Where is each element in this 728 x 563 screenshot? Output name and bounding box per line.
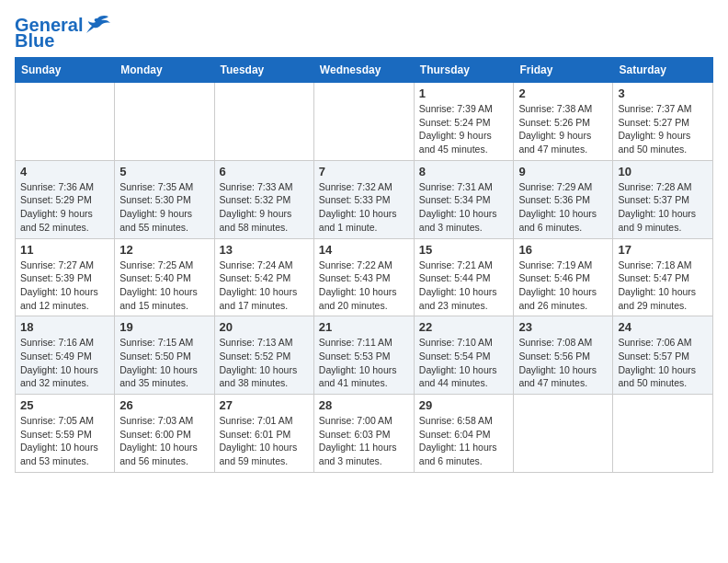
day-info: Sunrise: 7:10 AM Sunset: 5:54 PM Dayligh… [419,336,509,390]
calendar-cell: 13Sunrise: 7:24 AM Sunset: 5:42 PM Dayli… [214,238,313,316]
col-header-tuesday: Tuesday [214,58,313,83]
day-number: 12 [119,243,209,257]
day-number: 18 [20,320,109,334]
day-info: Sunrise: 7:32 AM Sunset: 5:33 PM Dayligh… [319,180,409,235]
col-header-saturday: Saturday [613,58,713,83]
calendar-cell [214,83,313,161]
week-row-1: 1Sunrise: 7:39 AM Sunset: 5:24 PM Daylig… [16,83,713,161]
day-info: Sunrise: 7:21 AM Sunset: 5:44 PM Dayligh… [419,259,509,313]
day-info: Sunrise: 7:22 AM Sunset: 5:43 PM Dayligh… [319,259,409,313]
calendar-cell: 25Sunrise: 7:05 AM Sunset: 5:59 PM Dayli… [16,395,115,473]
logo-blue: Blue [15,31,54,50]
day-info: Sunrise: 7:37 AM Sunset: 5:27 PM Dayligh… [618,102,708,156]
day-number: 17 [618,243,708,257]
calendar-cell: 3Sunrise: 7:37 AM Sunset: 5:27 PM Daylig… [613,83,713,161]
day-number: 28 [319,398,409,412]
col-header-friday: Friday [514,58,613,83]
page-header: General Blue [15,15,713,50]
week-row-5: 25Sunrise: 7:05 AM Sunset: 5:59 PM Dayli… [16,395,713,473]
day-number: 3 [618,86,708,100]
day-number: 15 [419,243,509,257]
day-info: Sunrise: 7:05 AM Sunset: 5:59 PM Dayligh… [20,414,109,468]
calendar-table: SundayMondayTuesdayWednesdayThursdayFrid… [15,57,713,473]
day-number: 11 [20,243,109,257]
day-info: Sunrise: 7:18 AM Sunset: 5:47 PM Dayligh… [618,259,708,313]
day-number: 10 [618,165,708,178]
day-number: 14 [319,243,409,257]
col-header-sunday: Sunday [16,58,115,83]
calendar-cell: 18Sunrise: 7:16 AM Sunset: 5:49 PM Dayli… [16,316,115,395]
day-info: Sunrise: 7:24 AM Sunset: 5:42 PM Dayligh… [220,259,309,313]
day-number: 1 [419,86,509,100]
day-number: 27 [220,398,309,412]
day-number: 26 [119,398,209,412]
calendar-cell [514,395,613,473]
day-info: Sunrise: 7:08 AM Sunset: 5:56 PM Dayligh… [518,336,608,390]
day-number: 9 [518,165,608,178]
col-header-wednesday: Wednesday [313,58,414,83]
week-row-3: 11Sunrise: 7:27 AM Sunset: 5:39 PM Dayli… [16,238,713,316]
day-info: Sunrise: 6:58 AM Sunset: 6:04 PM Dayligh… [419,414,509,468]
week-row-4: 18Sunrise: 7:16 AM Sunset: 5:49 PM Dayli… [16,316,713,395]
day-number: 6 [220,165,309,178]
day-info: Sunrise: 7:39 AM Sunset: 5:24 PM Dayligh… [419,102,509,156]
calendar-cell: 7Sunrise: 7:32 AM Sunset: 5:33 PM Daylig… [313,160,414,238]
week-row-2: 4Sunrise: 7:36 AM Sunset: 5:29 PM Daylig… [16,160,713,238]
calendar-cell: 15Sunrise: 7:21 AM Sunset: 5:44 PM Dayli… [414,238,514,316]
day-number: 8 [419,165,509,178]
day-number: 24 [618,320,708,334]
day-info: Sunrise: 7:15 AM Sunset: 5:50 PM Dayligh… [119,336,209,390]
calendar-cell [313,83,414,161]
calendar-cell: 19Sunrise: 7:15 AM Sunset: 5:50 PM Dayli… [115,316,214,395]
day-info: Sunrise: 7:00 AM Sunset: 6:03 PM Dayligh… [319,414,409,468]
day-info: Sunrise: 7:29 AM Sunset: 5:36 PM Dayligh… [518,180,608,235]
calendar-cell: 5Sunrise: 7:35 AM Sunset: 5:30 PM Daylig… [115,160,214,238]
col-header-monday: Monday [115,58,214,83]
day-info: Sunrise: 7:38 AM Sunset: 5:26 PM Dayligh… [518,102,608,156]
calendar-cell: 29Sunrise: 6:58 AM Sunset: 6:04 PM Dayli… [414,395,514,473]
day-info: Sunrise: 7:19 AM Sunset: 5:46 PM Dayligh… [518,259,608,313]
col-header-thursday: Thursday [414,58,514,83]
day-info: Sunrise: 7:31 AM Sunset: 5:34 PM Dayligh… [419,180,509,235]
calendar-cell: 16Sunrise: 7:19 AM Sunset: 5:46 PM Dayli… [514,238,613,316]
day-info: Sunrise: 7:27 AM Sunset: 5:39 PM Dayligh… [20,259,109,313]
calendar-cell: 6Sunrise: 7:33 AM Sunset: 5:32 PM Daylig… [214,160,313,238]
calendar-cell: 21Sunrise: 7:11 AM Sunset: 5:53 PM Dayli… [313,316,414,395]
calendar-cell: 2Sunrise: 7:38 AM Sunset: 5:26 PM Daylig… [514,83,613,161]
day-info: Sunrise: 7:36 AM Sunset: 5:29 PM Dayligh… [20,180,109,235]
calendar-cell: 9Sunrise: 7:29 AM Sunset: 5:36 PM Daylig… [514,160,613,238]
calendar-cell: 28Sunrise: 7:00 AM Sunset: 6:03 PM Dayli… [313,395,414,473]
day-number: 13 [220,243,309,257]
calendar-cell: 12Sunrise: 7:25 AM Sunset: 5:40 PM Dayli… [115,238,214,316]
calendar-cell: 27Sunrise: 7:01 AM Sunset: 6:01 PM Dayli… [214,395,313,473]
calendar-cell: 22Sunrise: 7:10 AM Sunset: 5:54 PM Dayli… [414,316,514,395]
day-info: Sunrise: 7:11 AM Sunset: 5:53 PM Dayligh… [319,336,409,390]
calendar-cell: 8Sunrise: 7:31 AM Sunset: 5:34 PM Daylig… [414,160,514,238]
day-number: 20 [220,320,309,334]
calendar-cell [115,83,214,161]
day-info: Sunrise: 7:16 AM Sunset: 5:49 PM Dayligh… [20,336,109,390]
day-number: 25 [20,398,109,412]
calendar-cell: 26Sunrise: 7:03 AM Sunset: 6:00 PM Dayli… [115,395,214,473]
calendar-cell [16,83,115,161]
day-info: Sunrise: 7:01 AM Sunset: 6:01 PM Dayligh… [220,414,309,468]
day-number: 4 [20,165,109,178]
day-info: Sunrise: 7:33 AM Sunset: 5:32 PM Dayligh… [220,180,309,235]
calendar-cell: 10Sunrise: 7:28 AM Sunset: 5:37 PM Dayli… [613,160,713,238]
bird-icon [85,15,110,35]
logo: General Blue [15,15,110,50]
day-number: 16 [518,243,608,257]
day-info: Sunrise: 7:28 AM Sunset: 5:37 PM Dayligh… [618,180,708,235]
day-info: Sunrise: 7:35 AM Sunset: 5:30 PM Dayligh… [119,180,209,235]
day-info: Sunrise: 7:03 AM Sunset: 6:00 PM Dayligh… [119,414,209,468]
calendar-header-row: SundayMondayTuesdayWednesdayThursdayFrid… [16,58,713,83]
day-number: 5 [119,165,209,178]
calendar-cell: 24Sunrise: 7:06 AM Sunset: 5:57 PM Dayli… [613,316,713,395]
day-info: Sunrise: 7:06 AM Sunset: 5:57 PM Dayligh… [618,336,708,390]
calendar-cell: 11Sunrise: 7:27 AM Sunset: 5:39 PM Dayli… [16,238,115,316]
day-info: Sunrise: 7:25 AM Sunset: 5:40 PM Dayligh… [119,259,209,313]
day-number: 21 [319,320,409,334]
day-info: Sunrise: 7:13 AM Sunset: 5:52 PM Dayligh… [220,336,309,390]
calendar-cell: 17Sunrise: 7:18 AM Sunset: 5:47 PM Dayli… [613,238,713,316]
calendar-cell: 23Sunrise: 7:08 AM Sunset: 5:56 PM Dayli… [514,316,613,395]
